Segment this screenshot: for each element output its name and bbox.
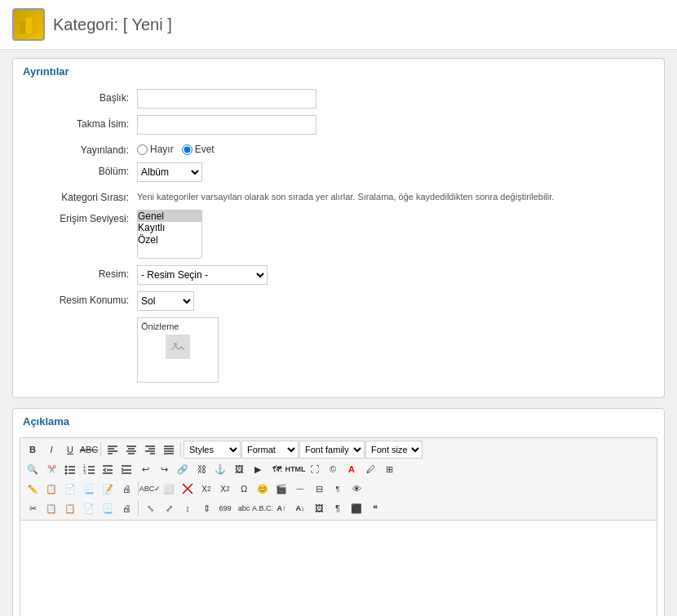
table-button[interactable]: ⊞ bbox=[380, 460, 398, 478]
details-panel-title: Ayrıntılar bbox=[13, 59, 664, 81]
paste-button[interactable]: 📄 bbox=[61, 480, 79, 498]
radio-evet[interactable] bbox=[182, 144, 192, 155]
toolbar-row-2: 🔍 ✂️ 1.2.3. ↩ ↪ 🔗 bbox=[24, 460, 653, 478]
fullscreen-button[interactable]: ⛶ bbox=[305, 460, 323, 478]
align-center-button[interactable] bbox=[122, 441, 140, 459]
radio-hayir-text: Hayır bbox=[150, 144, 174, 155]
preview-button[interactable]: 👁 bbox=[347, 480, 365, 498]
baslik-label: Başlık: bbox=[23, 89, 137, 104]
yayinlandi-row: Yayınlandı: Hayır Evet bbox=[23, 141, 654, 156]
format-select[interactable]: Format bbox=[241, 441, 299, 459]
italic-button[interactable]: I bbox=[42, 441, 60, 459]
html-button[interactable]: HTML bbox=[286, 460, 304, 478]
paste-word-button[interactable]: 📝 bbox=[99, 480, 117, 498]
copy-button[interactable]: 📋 bbox=[42, 480, 60, 498]
resize2-button[interactable]: ⤢ bbox=[160, 499, 178, 517]
placeholder2-button[interactable]: ⇕ bbox=[197, 499, 215, 517]
takma-isim-input[interactable] bbox=[137, 115, 316, 135]
paste-plain-button[interactable]: 📃 bbox=[99, 499, 117, 517]
erisim-select[interactable]: Genel Kayıtlı Özel bbox=[137, 210, 202, 259]
kategori-sirasi-row: Kategori Sırası: Yeni kategoriler varsay… bbox=[23, 188, 654, 203]
aciklama-panel-title: Açıklama bbox=[13, 409, 664, 431]
anchor-button[interactable]: ⚓ bbox=[211, 460, 229, 478]
select-all-button[interactable]: ⬜ bbox=[160, 480, 178, 498]
bolum-select[interactable]: Albüm bbox=[137, 162, 202, 182]
nbsp-button[interactable]: ⬛ bbox=[347, 499, 365, 517]
print2-button[interactable]: 🖨 bbox=[117, 499, 135, 517]
toolbar-row-1: B I U ABC bbox=[24, 441, 653, 459]
bold-button[interactable]: B bbox=[24, 441, 42, 459]
decrease-indent-button[interactable] bbox=[99, 460, 117, 478]
scissor-button[interactable]: ✂ bbox=[24, 499, 42, 517]
font-size-select[interactable]: Font size bbox=[365, 441, 423, 459]
paste-clean-button[interactable]: 📄 bbox=[80, 499, 98, 517]
cut-button[interactable]: ✂️ bbox=[42, 460, 60, 478]
image-button[interactable]: 🖼 bbox=[230, 460, 248, 478]
separator-4 bbox=[138, 501, 139, 516]
resim-konumu-select[interactable]: Sol bbox=[137, 291, 194, 311]
media-button[interactable]: 🎬 bbox=[272, 480, 290, 498]
styles-select[interactable]: Styles bbox=[184, 441, 241, 459]
sub-script-button[interactable]: X2 bbox=[197, 480, 215, 498]
editor-content[interactable] bbox=[20, 520, 657, 616]
bolum-label: Bölüm: bbox=[23, 162, 137, 177]
map-button[interactable]: 🗺 bbox=[268, 460, 285, 478]
align-justify-button[interactable] bbox=[160, 441, 178, 459]
yayinlandi-label: Yayınlandı: bbox=[23, 141, 137, 156]
radio-evet-text: Evet bbox=[195, 144, 215, 155]
baslik-input[interactable] bbox=[137, 89, 316, 109]
paragraph-button[interactable]: ¶ bbox=[329, 499, 347, 517]
svg-point-21 bbox=[65, 466, 68, 468]
align-right-button[interactable] bbox=[141, 441, 159, 459]
link-button[interactable]: 🔗 bbox=[174, 460, 192, 478]
font-color-button[interactable]: A bbox=[343, 460, 361, 478]
abc-lower[interactable]: abc bbox=[235, 499, 253, 517]
blockquote-button[interactable]: ❝ bbox=[366, 499, 384, 517]
page-break-button[interactable]: ⊟ bbox=[310, 480, 328, 498]
highlight-button[interactable]: 🖊 bbox=[361, 460, 379, 478]
preview-image bbox=[166, 335, 190, 359]
details-panel: Ayrıntılar Başlık: Takma İsim: Yayınland… bbox=[12, 58, 665, 398]
takma-isim-row: Takma İsim: bbox=[23, 115, 654, 135]
redo-button[interactable]: ↪ bbox=[155, 460, 173, 478]
flash-button[interactable]: ▶ bbox=[249, 460, 267, 478]
copy2-button[interactable]: 📋 bbox=[42, 499, 60, 517]
edit-source-button[interactable]: ✏️ bbox=[24, 480, 42, 498]
paste-text-button[interactable]: 📃 bbox=[80, 480, 98, 498]
strikethrough-button[interactable]: ABC bbox=[80, 441, 98, 459]
resim-select[interactable]: - Resim Seçin - bbox=[137, 265, 268, 285]
paste2-button[interactable]: 📋 bbox=[61, 499, 79, 517]
page-header: Kategori: [ Yeni ] bbox=[0, 0, 677, 50]
hr-button[interactable]: — bbox=[291, 480, 309, 498]
undo-button[interactable]: ↩ bbox=[136, 460, 154, 478]
subtitle-text: [ Yeni ] bbox=[123, 16, 172, 33]
font-family-select[interactable]: Font family bbox=[299, 441, 365, 459]
font-down-button[interactable]: A↓ bbox=[291, 499, 309, 517]
increase-indent-button[interactable] bbox=[117, 460, 135, 478]
spell-check-button[interactable]: ABC✓ bbox=[141, 480, 159, 498]
list-unordered-button[interactable] bbox=[61, 460, 79, 478]
number-input-button[interactable]: 699 bbox=[216, 499, 234, 517]
print-button[interactable]: 🖨 bbox=[117, 480, 135, 498]
emoticon-button[interactable]: 😊 bbox=[254, 480, 272, 498]
radio-hayir-label[interactable]: Hayır bbox=[137, 144, 174, 155]
onizleme-spacer bbox=[23, 317, 137, 321]
style-propertied-button[interactable]: ¶ bbox=[329, 480, 347, 498]
resize-button[interactable]: ⤡ bbox=[141, 499, 159, 517]
radio-hayir[interactable] bbox=[137, 144, 148, 155]
abc-upper[interactable]: A.B.C. bbox=[254, 499, 272, 517]
remove-format-button[interactable] bbox=[179, 480, 197, 498]
unlink-button[interactable]: ⛓ bbox=[192, 460, 210, 478]
special-char-button[interactable]: © bbox=[324, 460, 342, 478]
sup-script-button[interactable]: X2 bbox=[216, 480, 234, 498]
list-ordered-button[interactable]: 1.2.3. bbox=[80, 460, 98, 478]
radio-evet-label[interactable]: Evet bbox=[182, 144, 215, 155]
svg-rect-0 bbox=[20, 21, 25, 33]
search-replace-button[interactable]: 🔍 bbox=[24, 460, 42, 478]
placeholder1-button[interactable]: ↕ bbox=[179, 499, 197, 517]
image2-button[interactable]: 🖼 bbox=[310, 499, 328, 517]
underline-button[interactable]: U bbox=[61, 441, 79, 459]
omega-button[interactable]: Ω bbox=[235, 480, 253, 498]
align-left-button[interactable] bbox=[104, 441, 122, 459]
font-up-button[interactable]: A↑ bbox=[272, 499, 290, 517]
